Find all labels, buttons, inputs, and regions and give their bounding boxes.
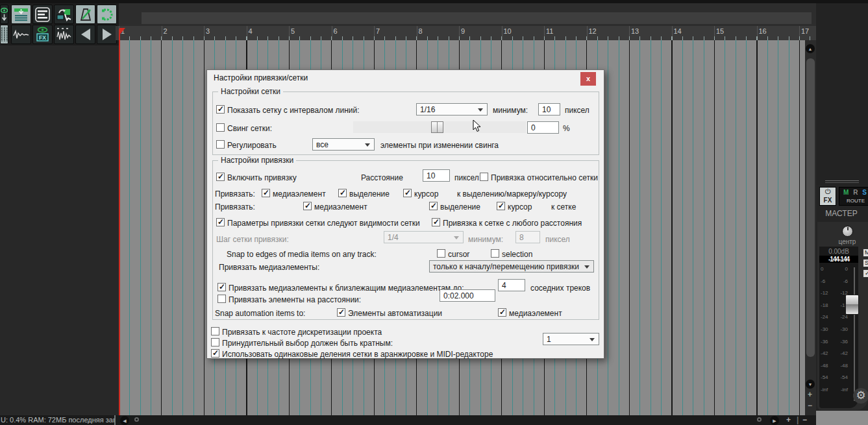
grid-interval-dropdown[interactable]: 1/16 [416,103,488,115]
panel-grip[interactable] [825,180,859,181]
vertical-scrollbar-thumb[interactable] [806,58,815,357]
snap-automation-media-checkbox[interactable] [498,308,506,317]
track-control-panel[interactable] [0,45,119,415]
fader-track[interactable] [854,267,855,401]
grid-unit-label: пиксел [565,106,589,115]
enable-snap-checkbox[interactable] [216,173,225,181]
snap-row2-cursor-checkbox[interactable] [497,202,505,210]
pan-knob[interactable] [842,226,853,237]
snap-distance-checkbox[interactable] [217,295,226,303]
prev-arrow-icon[interactable] [75,25,95,44]
item-edit-hand-icon[interactable] [54,5,74,24]
sample-rate-checkbox[interactable] [211,327,219,335]
forced-multiple-dropdown[interactable]: 1 [543,333,599,345]
menu-lines-icon[interactable] [32,5,53,24]
eye-down-icon[interactable] [0,5,8,24]
zoom-in-horizontal-icon[interactable]: + [786,415,791,424]
ruler[interactable]: 1234567891011121314151617 [116,26,816,40]
meter-scale-row: -inf-inf [821,387,848,399]
swing-checkbox[interactable] [216,123,225,132]
close-button[interactable]: x [580,72,596,86]
snap-edges-label: Snap to edges of media items on any trac… [227,250,377,259]
follow-visibility-checkbox[interactable] [216,218,225,226]
snap-row1-cursor-checkbox[interactable] [403,189,412,197]
swing-value-input[interactable]: 0 [527,121,559,134]
snap-automation-items-label: Элементы автоматизации [348,309,442,318]
hscroll-right-dot[interactable] [757,417,762,422]
snap-row2-selection-checkbox[interactable] [429,202,438,210]
power-icon[interactable]: ⏻ [820,188,836,196]
gear-icon[interactable]: ⚙ [853,388,868,404]
master-solo-button[interactable]: S [863,259,868,267]
grid-min-label: минимум: [493,106,528,115]
swing-slider-thumb[interactable] [431,121,443,133]
adjust-dropdown[interactable]: все [312,138,375,151]
measure-separator [502,26,502,40]
meter-scale-row: -42-42 [821,350,848,363]
measure-label: 10 [504,27,512,35]
snap-row1-media-checkbox[interactable] [262,189,270,197]
master-fx-button[interactable]: ⏻ FX [819,187,836,206]
solo-indicator: S [862,189,868,196]
magnet-snap-icon[interactable] [97,5,117,24]
grid-dots-icon[interactable] [0,25,8,44]
zoom-out-horizontal-icon[interactable]: − [802,415,807,424]
forced-multiple-checkbox[interactable] [211,338,219,346]
snap-adjacent-checkbox[interactable] [217,283,226,291]
envelope-wave-icon[interactable] [54,25,74,44]
zoom-in-vertical-icon[interactable]: + [808,390,812,399]
snap-distance-label: Привязать элементы на расстоянии: [229,295,361,304]
master-env-checkbox[interactable]: ✓ [863,269,868,278]
show-grid-checkbox[interactable] [216,105,225,114]
distance-unit-label: пиксел [454,173,479,182]
reaper-main-window: FX 1234567891011121314151617 ▲ ▼ + − U: … [0,0,868,425]
snap-row2-suffix: к сетке [551,202,576,212]
edit-cursor[interactable] [119,29,120,415]
snap-automation-items-checkbox[interactable] [337,308,345,317]
measure-label: 8 [419,27,423,35]
fx-eye-icon[interactable]: FX [32,25,53,44]
scroll-up-icon[interactable]: ▲ [806,44,815,53]
waveform-icon[interactable] [11,25,31,44]
zoom-out-vertical-icon[interactable]: − [808,401,812,410]
status-bar: U: 0.4% RAM: 72МБ последняя запис [0,415,116,425]
track-visibility-icon[interactable] [11,5,31,24]
measure-separator [204,26,205,40]
grid-min-input[interactable]: 10 [538,103,560,115]
scroll-down-icon[interactable]: ▼ [806,380,815,389]
horizontal-scrollbar[interactable]: ◀ ▶ + | − [116,415,816,425]
record-indicator: R [853,189,859,196]
snap-edges-selection-checkbox[interactable] [491,249,499,258]
scroll-left-icon[interactable]: ◀ [120,416,129,425]
next-arrow-icon[interactable] [97,25,117,44]
snap-adjacent-input[interactable]: 4 [498,279,525,291]
scroll-right-icon[interactable]: ▶ [770,416,779,425]
meter-scale-row: -54-54 [821,374,848,387]
same-divisions-checkbox[interactable] [211,349,219,358]
master-mute-button[interactable]: M [863,249,868,257]
top-docker-inner [142,12,812,24]
master-track-label: МАСТЕР [816,209,867,218]
metronome-icon[interactable] [75,5,95,24]
any-distance-checkbox[interactable] [432,218,440,226]
master-route-button[interactable]: M R S ROUTE [839,187,868,206]
distance-label: Расстояние [361,173,403,182]
snap-edges-cursor-checkbox[interactable] [437,249,445,258]
snap-media-dropdown[interactable]: только к началу/перемещению привязки [429,260,594,273]
distance-input[interactable]: 10 [423,169,450,182]
adjust-checkbox[interactable] [216,140,225,149]
relative-snap-checkbox[interactable] [480,173,488,181]
meter-scale: 00-6-6-12-12-18-18-24-24-30-30-36-36-42-… [821,266,848,399]
snap-edges-selection-label: selection [502,250,532,259]
snap-row1-selection-checkbox[interactable] [338,189,347,197]
vertical-scrollbar[interactable]: ▲ ▼ + − [805,40,816,415]
swing-label: Свинг сетки: [227,124,272,133]
meter-scale-row: 00 [821,266,848,278]
snap-distance-input[interactable]: 0:02.000 [440,289,495,302]
master-fader-handle[interactable] [845,295,859,315]
swing-slider[interactable] [353,121,526,133]
measure-label: 5 [291,27,295,35]
measure-separator [247,26,247,40]
hscroll-left-dot[interactable] [134,417,139,422]
snap-row2-media-checkbox[interactable] [303,202,312,210]
